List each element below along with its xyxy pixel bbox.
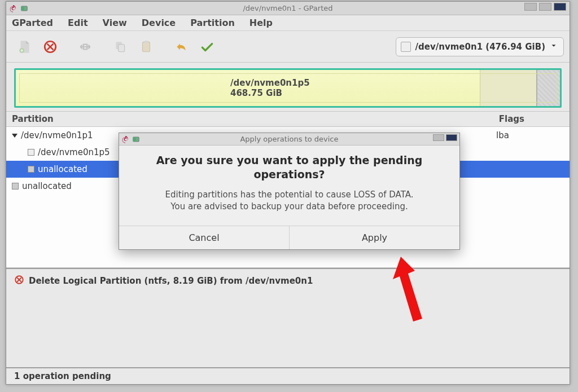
chevron-down-icon [550, 42, 558, 52]
partition-segment-nvme0n1p5[interactable]: /dev/nvme0n1p5 468.75 GiB [16, 70, 480, 106]
row-flags: lba [496, 130, 570, 140]
pending-op-text: Delete Logical Partition (ntfs, 8.19 GiB… [29, 276, 313, 286]
row-name: unallocated [22, 181, 72, 191]
partition-segment-free[interactable] [480, 70, 536, 106]
dialog-titlebar: Apply operations to device [119, 133, 459, 146]
disk-icon [401, 42, 411, 52]
status-text: 1 operation pending [14, 371, 111, 381]
svg-rect-8 [144, 41, 148, 43]
new-partition-button[interactable] [12, 34, 37, 59]
svg-rect-1 [21, 6, 24, 10]
delete-op-icon [14, 275, 24, 287]
pending-operations-panel: Delete Logical Partition (ntfs, 8.19 GiB… [6, 268, 570, 293]
window-title: /dev/nvme0n1 - GParted [6, 4, 570, 12]
dialog-headline: Are you sure you want to apply the pendi… [134, 153, 445, 181]
device-selector[interactable]: /dev/nvme0n1 (476.94 GiB) [396, 37, 564, 56]
row-name: unallocated [38, 164, 87, 174]
paste-button[interactable] [134, 34, 159, 59]
dialog-body: Are you sure you want to apply the pendi… [119, 146, 459, 217]
col-flags[interactable]: Flags [499, 114, 524, 124]
menu-partition[interactable]: Partition [190, 17, 235, 28]
partition-table-header: Partition Flags [6, 111, 570, 127]
device-selector-label: /dev/nvme0n1 (476.94 GiB) [415, 42, 545, 52]
svg-rect-7 [143, 42, 150, 51]
cancel-button[interactable]: Cancel [119, 226, 289, 249]
fs-swatch-icon [28, 166, 34, 173]
menubar: GParted Edit View Device Partition Help [6, 15, 570, 31]
dialog-minimize-button[interactable] [433, 134, 444, 141]
row-name: /dev/nvme0n1p1 [21, 130, 93, 140]
fs-swatch-icon [28, 149, 34, 156]
row-name: /dev/nvme0n1p5 [38, 147, 110, 157]
window-maximize-button[interactable] [539, 3, 551, 11]
menu-view[interactable]: View [103, 17, 127, 28]
menu-gparted[interactable]: GParted [12, 17, 53, 28]
segment-size: 468.75 GiB [230, 88, 480, 98]
window-buttons [524, 3, 566, 11]
gparted-app-icon [20, 4, 29, 13]
partition-visual-container: /dev/nvme0n1p5 468.75 GiB [6, 63, 570, 111]
apply-button[interactable] [195, 34, 220, 59]
toolbar: /dev/nvme0n1 (476.94 GiB) [6, 31, 570, 63]
window-minimize-button[interactable] [524, 3, 537, 11]
segment-name: /dev/nvme0n1p5 [230, 78, 480, 88]
fs-swatch-icon [12, 183, 19, 190]
copy-button[interactable] [108, 34, 133, 59]
apply-confirm-button[interactable]: Apply [289, 226, 459, 249]
dialog-close-button[interactable] [446, 134, 457, 141]
dialog-actions: Cancel Apply [119, 226, 459, 249]
window-close-button[interactable] [554, 3, 566, 11]
delete-partition-button[interactable] [38, 34, 63, 59]
menu-help[interactable]: Help [249, 17, 273, 28]
menu-edit[interactable]: Edit [68, 17, 88, 28]
status-bar: 1 operation pending [6, 367, 570, 384]
undo-button[interactable] [169, 34, 194, 59]
apply-confirm-dialog: Apply operations to device Are you sure … [119, 133, 460, 250]
titlebar-left-icons [6, 4, 29, 13]
debian-swirl-icon [8, 4, 17, 13]
svg-rect-6 [119, 44, 125, 51]
dialog-title: Apply operations to device [119, 135, 459, 143]
menu-device[interactable]: Device [142, 17, 176, 28]
expander-icon[interactable] [12, 134, 17, 138]
partition-segment-unallocated[interactable] [536, 70, 560, 106]
col-partition[interactable]: Partition [12, 114, 125, 124]
resize-move-button[interactable] [73, 34, 98, 59]
dialog-message-1: Editing partitions has the potential to … [134, 189, 445, 200]
dialog-message-2: You are advised to backup your data befo… [134, 201, 445, 212]
window-titlebar: /dev/nvme0n1 - GParted [6, 2, 570, 15]
partition-visual[interactable]: /dev/nvme0n1p5 468.75 GiB [14, 68, 562, 108]
